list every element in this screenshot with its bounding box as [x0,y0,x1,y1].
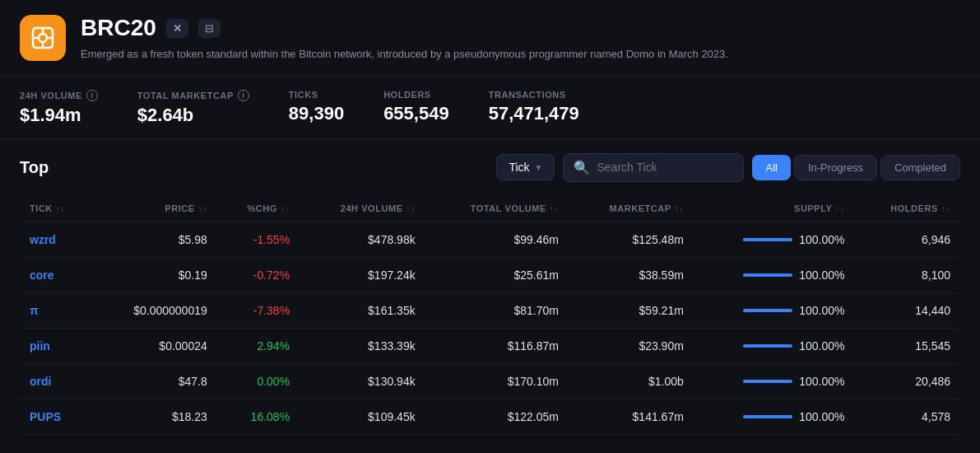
price-cell: $47.8 [93,363,217,399]
holders-cell: 8,100 [854,257,960,292]
table-header: TICK↑↓PRICE↑↓%CHG↑↓24H VOLUME↑↓TOTAL VOL… [20,195,960,222]
page-title: BRC20 [81,15,156,41]
tick-link[interactable]: piin [30,339,50,353]
holders-cell: 20,486 [854,363,960,399]
supply-pct: 100.00% [799,233,844,246]
sort-icon[interactable]: ↑↓ [56,204,65,213]
tick-dropdown[interactable]: Tick ▼ [496,154,555,180]
sort-icon[interactable]: ↑↓ [941,204,950,213]
supply-pct: 100.00% [799,339,844,353]
supply-bar-background [743,273,792,277]
info-icon[interactable]: i [86,90,98,101]
tick-link[interactable]: PUPS [30,410,61,423]
bookmark-button[interactable]: ⊟ [198,19,221,38]
price-cell: $0.000000019 [93,292,217,328]
chg-cell: -1.55% [217,222,300,257]
tick-cell[interactable]: π [20,292,93,328]
chg-cell: 16.08% [217,399,300,434]
supply-cell: 100.00% [694,222,855,257]
twitter-icon: ✕ [173,22,182,35]
header-description: Emerged as a fresh token standard within… [81,46,960,63]
col---h-volume: 24H VOLUME↑↓ [300,195,425,222]
sort-icon[interactable]: ↑↓ [550,204,559,213]
price-cell: $18.23 [93,399,217,434]
price-cell: $0.19 [93,257,217,292]
filter-btn-in-progress[interactable]: In-Progress [794,155,877,180]
tick-cell[interactable]: PUPS [20,399,93,434]
vol24h-cell: $130.94k [300,363,425,399]
main-content: Top Tick ▼ 🔍 AllIn-ProgressCompleted TIC… [0,140,980,448]
tick-link[interactable]: ordi [30,375,51,388]
vol24h-cell: $478.98k [300,222,425,257]
stat-value: $1.94m [20,105,98,126]
supply-cell: 100.00% [694,399,855,434]
filter-buttons: AllIn-ProgressCompleted [752,155,960,180]
tick-link[interactable]: wzrd [30,233,56,246]
supply-cell: 100.00% [694,328,855,363]
tick-cell[interactable]: ordi [20,363,93,399]
holders-cell: 6,946 [854,222,960,257]
marketcap-cell: $23.90m [569,328,694,363]
stat-label: TICKS [289,90,344,100]
tick-cell[interactable]: piin [20,328,93,363]
page-header: BRC20 ✕ ⊟ Emerged as a fresh token stand… [0,0,980,77]
sort-icon[interactable]: ↑↓ [406,204,416,213]
marketcap-cell: $1.00b [569,363,694,399]
price-cell: $0.00024 [93,328,217,363]
vol24h-cell: $133.39k [300,328,425,363]
table-row: π $0.000000019 -7.38% $161.35k $81.70m $… [20,292,960,328]
data-table: TICK↑↓PRICE↑↓%CHG↑↓24H VOLUME↑↓TOTAL VOL… [20,195,960,435]
stat-label: TRANSACTIONS [489,90,579,100]
vol24h-cell: $109.45k [300,399,425,434]
stat-item: 24H VOLUME i $1.94m [20,90,98,126]
stat-value: 89,390 [289,103,344,124]
supply-cell: 100.00% [694,363,855,399]
filter-btn-all[interactable]: All [752,155,790,180]
sort-icon[interactable]: ↑↓ [835,204,844,213]
info-icon[interactable]: i [238,90,249,101]
chevron-down-icon: ▼ [535,163,543,172]
supply-pct: 100.00% [799,269,844,282]
sort-icon[interactable]: ↑↓ [675,204,684,213]
bookmark-icon: ⊟ [205,22,214,35]
search-input[interactable] [597,161,733,174]
supply-bar-fill [743,309,792,312]
table-row: ordi $47.8 0.00% $130.94k $170.10m $1.00… [20,363,960,399]
twitter-button[interactable]: ✕ [166,19,188,38]
search-icon: 🔍 [574,160,590,175]
total-vol-cell: $25.61m [425,257,569,292]
supply-bar-fill [743,273,792,277]
tick-link[interactable]: core [30,269,54,282]
supply-cell: 100.00% [694,257,855,292]
stat-value: 655,549 [383,103,449,124]
chg-cell: -7.38% [217,292,300,328]
stat-item: TRANSACTIONS 57,471,479 [489,90,579,126]
chg-cell: 2.94% [217,328,300,363]
sort-icon[interactable]: ↑↓ [281,204,290,213]
sort-icon[interactable]: ↑↓ [198,204,207,213]
top-controls: Tick ▼ 🔍 AllIn-ProgressCompleted [496,153,960,182]
supply-bar-fill [743,415,792,418]
stat-label: TOTAL MARKETCAP i [137,90,249,101]
tick-link[interactable]: π [30,304,39,317]
table-row: PUPS $18.23 16.08% $109.45k $122.05m $14… [20,399,960,434]
tick-dropdown-label: Tick [509,161,529,174]
supply-pct: 100.00% [799,375,844,388]
stat-item: TOTAL MARKETCAP i $2.64b [137,90,249,126]
table-row: core $0.19 -0.72% $197.24k $25.61m $38.5… [20,257,960,292]
col-price: PRICE↑↓ [93,195,217,222]
vol24h-cell: $161.35k [300,292,425,328]
supply-cell: 100.00% [694,292,855,328]
stat-value: $2.64b [137,105,249,126]
holders-cell: 14,440 [854,292,960,328]
tick-cell[interactable]: core [20,257,93,292]
supply-bar-background [743,380,792,383]
supply-bar-fill [743,238,792,241]
col--chg: %CHG↑↓ [217,195,300,222]
marketcap-cell: $38.59m [569,257,694,292]
col-marketcap: MARKETCAP↑↓ [569,195,694,222]
supply-bar-fill [743,344,792,348]
total-vol-cell: $81.70m [425,292,569,328]
tick-cell[interactable]: wzrd [20,222,93,257]
filter-btn-completed[interactable]: Completed [880,155,960,180]
